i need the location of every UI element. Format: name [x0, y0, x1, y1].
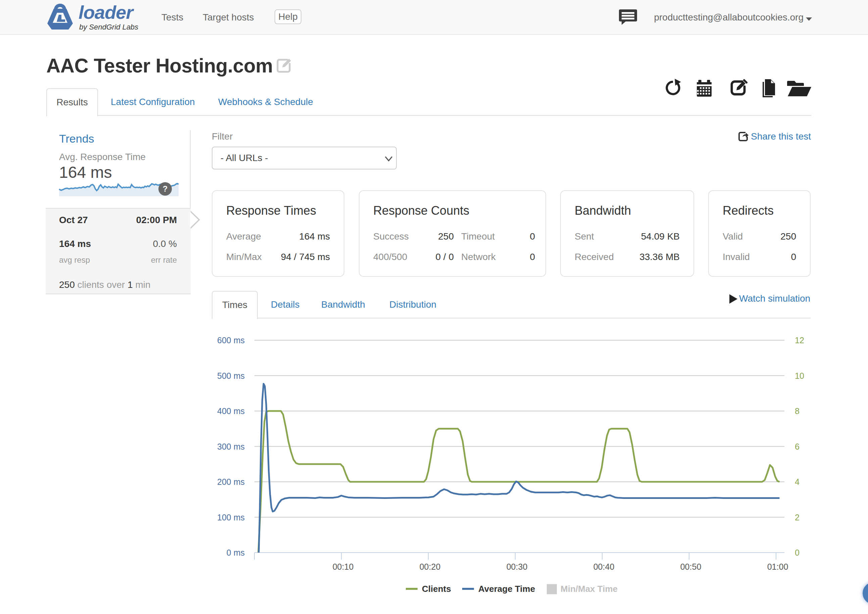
svg-text:100 ms: 100 ms — [217, 513, 245, 522]
svg-text:500 ms: 500 ms — [217, 371, 245, 380]
svg-text:2: 2 — [795, 513, 800, 522]
svg-text:300 ms: 300 ms — [217, 442, 245, 451]
svg-text:400 ms: 400 ms — [217, 406, 245, 416]
svg-text:4: 4 — [795, 477, 800, 487]
svg-text:8: 8 — [795, 406, 800, 416]
svg-text:600 ms: 600 ms — [217, 335, 245, 345]
svg-text:00:30: 00:30 — [506, 562, 528, 571]
svg-text:Min/Max Time: Min/Max Time — [561, 584, 618, 594]
svg-text:00:20: 00:20 — [419, 562, 441, 571]
svg-text:12: 12 — [795, 335, 804, 345]
svg-text:00:50: 00:50 — [680, 562, 702, 571]
svg-text:Average Time: Average Time — [478, 584, 535, 594]
svg-text:0: 0 — [795, 548, 800, 557]
svg-text:200 ms: 200 ms — [217, 477, 245, 487]
svg-text:10: 10 — [795, 371, 804, 380]
svg-text:01:00: 01:00 — [767, 562, 789, 571]
svg-text:Clients: Clients — [422, 584, 451, 594]
svg-text:0 ms: 0 ms — [227, 548, 245, 557]
svg-text:00:40: 00:40 — [593, 562, 615, 571]
svg-text:00:10: 00:10 — [332, 562, 354, 571]
svg-text:6: 6 — [795, 442, 800, 451]
